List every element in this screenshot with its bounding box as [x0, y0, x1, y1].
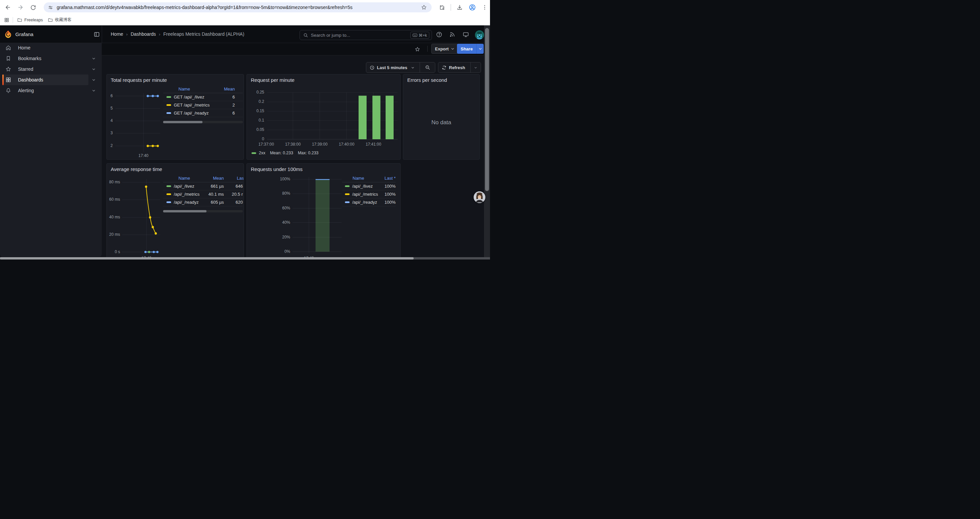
legend-row[interactable]: GET /api/_/metrics 2 [163, 101, 243, 109]
help-button[interactable] [436, 31, 442, 38]
bookmark-folder-label: Freeleaps [24, 18, 43, 22]
reload-icon [30, 4, 37, 11]
y-tick: 0.15 [247, 109, 264, 113]
legend-row[interactable]: /api/_/readyz 605 µs 620 [163, 198, 243, 206]
reload-button[interactable] [28, 2, 38, 12]
series-name[interactable]: /api/_/readyz [352, 200, 379, 205]
legend-scrollbar[interactable] [163, 210, 243, 212]
column-header-name[interactable]: Name [178, 176, 190, 181]
sidebar-item-alerting[interactable]: Alerting [0, 85, 102, 96]
column-header-last[interactable]: Last * [385, 176, 396, 181]
series-mean: 661 µs [204, 184, 224, 189]
series-name[interactable]: 2xx [259, 151, 265, 155]
breadcrumb-dashboards[interactable]: Dashboards [131, 31, 156, 37]
series-name[interactable]: /api/_/metrics [174, 192, 204, 197]
browser-menu-button[interactable] [480, 2, 490, 12]
tv-mode-button[interactable] [463, 31, 469, 38]
share-button[interactable]: Share [457, 44, 476, 54]
grafana-logo[interactable] [4, 30, 12, 38]
series-name[interactable]: GET /api/_/readyz [174, 110, 215, 115]
sidebar-item-dashboards[interactable]: Dashboards [0, 75, 102, 85]
x-tick: 17:39:00 [307, 142, 333, 147]
keyboard-icon [413, 34, 417, 37]
series-name[interactable]: /api/_/metrics [352, 192, 379, 197]
series-name[interactable]: /api/_/livez [352, 184, 379, 189]
series-name[interactable]: /api/_/readyz [174, 200, 204, 205]
chevron-down-icon[interactable] [91, 56, 96, 61]
dock-panel-icon [94, 31, 100, 38]
legend-table: Name Last * /api/_/livez 100% /api/_/met… [342, 176, 396, 206]
legend-row[interactable]: /api/_/metrics 100% [342, 190, 396, 198]
chevron-down-icon[interactable] [91, 77, 96, 82]
legend-row[interactable]: /api/_/livez 100% [342, 182, 396, 190]
star-dashboard-button[interactable] [415, 46, 420, 52]
toolbar-divider [427, 46, 428, 52]
legend-header: Name Mean [163, 86, 243, 93]
extensions-button[interactable] [437, 2, 447, 12]
legend-row[interactable]: /api/_/metrics 40.1 ms 20.5 r [163, 190, 243, 198]
sidebar-item-home[interactable]: Home [0, 42, 102, 53]
sidebar-toggle-button[interactable] [94, 31, 100, 38]
series-swatch-yellow [167, 104, 171, 106]
share-dropdown-button[interactable] [477, 44, 484, 54]
chevron-down-icon[interactable] [91, 67, 96, 72]
bookmark-star-icon[interactable] [421, 4, 427, 10]
series-mean: 6 [215, 110, 235, 115]
legend-row[interactable]: /api/_/readyz 100% [342, 198, 396, 206]
profile-button[interactable] [467, 2, 477, 12]
shortcut-text: ⌘+k [418, 33, 427, 38]
apps-grid-button[interactable] [4, 18, 10, 23]
star-icon [5, 66, 11, 72]
horizontal-scrollbar-thumb[interactable] [0, 257, 414, 260]
column-header-mean[interactable]: Mean [224, 86, 235, 91]
column-header-mean[interactable]: Mean [213, 176, 224, 181]
star-icon [415, 46, 420, 52]
back-button[interactable] [3, 2, 13, 12]
sidebar-item-label: Dashboards [18, 77, 43, 83]
zoom-out-time-button[interactable] [420, 62, 435, 72]
sidebar-item-label: Alerting [18, 88, 34, 93]
series-swatch-blue [345, 201, 350, 203]
chevron-down-icon[interactable] [91, 88, 96, 93]
refresh-button[interactable]: Refresh [438, 62, 470, 72]
site-info-icon[interactable] [48, 5, 53, 10]
legend-row[interactable]: GET /api/_/livez 6 [163, 93, 243, 101]
refresh-interval-dropdown[interactable] [471, 62, 480, 72]
series-last: 100% [379, 192, 396, 197]
legend-scrollbar[interactable] [163, 121, 243, 123]
sidebar-item-starred[interactable]: Starred [0, 64, 102, 75]
bookmarks-bar: Freeleaps 收藏博客 [0, 15, 490, 26]
time-range-picker[interactable]: Last 5 minutes [366, 62, 420, 72]
time-controls: Last 5 minutes [366, 62, 435, 73]
series-name[interactable]: GET /api/_/metrics [174, 102, 215, 107]
vertical-scrollbar-thumb[interactable] [485, 28, 489, 191]
panel-requests-under-100ms: Requests under 100ms 100% 80% 60% 40% 20… [247, 163, 401, 260]
search-box[interactable]: ⌘+k [299, 30, 432, 40]
user-avatar[interactable] [475, 30, 484, 39]
bookmark-folder-freeleaps[interactable]: Freeleaps [17, 18, 43, 23]
column-header-last[interactable]: Las [237, 176, 244, 181]
series-name[interactable]: GET /api/_/livez [174, 94, 215, 99]
column-header-name[interactable]: Name [178, 86, 190, 91]
legend-scrollbar-thumb[interactable] [163, 121, 202, 123]
legend-scrollbar-thumb[interactable] [163, 210, 207, 212]
bookmark-folder-blogs[interactable]: 收藏博客 [48, 17, 72, 23]
bookmarks-divider [13, 17, 13, 23]
export-button[interactable]: Export [431, 44, 458, 54]
mega-menu: Home Bookmarks Starred Dashboards [0, 43, 102, 257]
sidebar-item-bookmarks[interactable]: Bookmarks [0, 53, 102, 64]
column-header-name[interactable]: Name [353, 176, 364, 181]
series-name[interactable]: /api/_/livez [174, 184, 204, 189]
forward-button[interactable] [15, 2, 25, 12]
breadcrumb-home[interactable]: Home [111, 31, 123, 37]
url-input[interactable] [57, 5, 421, 10]
downloads-button[interactable] [455, 2, 465, 12]
legend-row[interactable]: /api/_/livez 661 µs 646 [163, 182, 243, 190]
news-rss-button[interactable] [449, 31, 455, 37]
brand-text: Grafana [15, 31, 33, 37]
panel-title[interactable]: Errors per second [407, 77, 447, 83]
omnibox[interactable] [44, 2, 432, 12]
legend-row[interactable]: GET /api/_/readyz 6 [163, 109, 243, 117]
y-tick: 6 [107, 94, 113, 98]
floating-assistant-avatar[interactable] [474, 192, 485, 203]
